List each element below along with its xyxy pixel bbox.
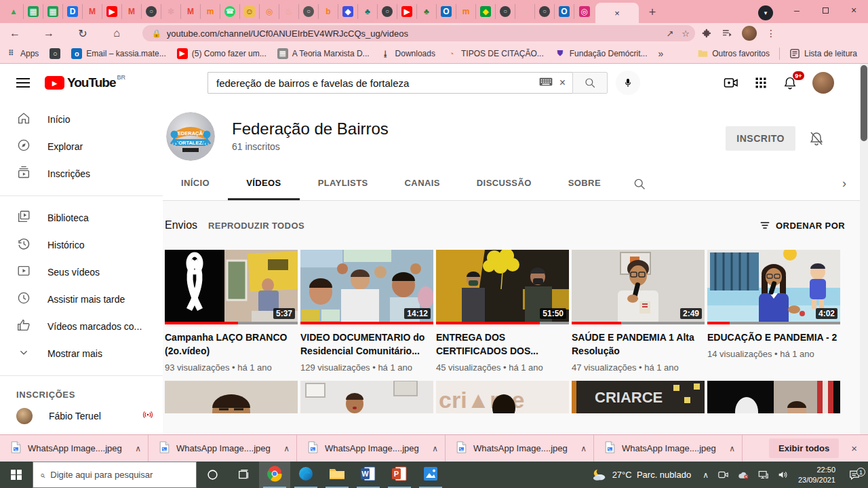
taskbar-app-powerpoint[interactable]: P xyxy=(384,462,415,488)
cortana-button[interactable] xyxy=(197,462,228,488)
tabs-scroll-right-icon[interactable]: › xyxy=(842,167,860,200)
play-all-button[interactable]: REPRODUZIR TODOS xyxy=(208,221,304,231)
pinned-tab[interactable]: ♣ xyxy=(358,4,378,19)
sidebar-item-biblioteca[interactable]: Biblioteca xyxy=(0,204,163,231)
pinned-tab[interactable]: ◆ xyxy=(476,4,496,19)
apps-shortcut[interactable]: ⠿Apps xyxy=(0,45,44,62)
download-item[interactable]: WhatsApp Image....jpeg∧ xyxy=(446,435,594,462)
pinned-tab[interactable]: ○ xyxy=(496,4,515,19)
show-all-downloads-button[interactable]: Exibir todos xyxy=(769,438,839,458)
pinned-tab[interactable]: ○ xyxy=(299,4,319,19)
new-tab-button[interactable]: + xyxy=(643,3,662,22)
sidebar-subscription-item[interactable]: GGran Cursos Saúde xyxy=(0,430,163,434)
tab-vídeos[interactable]: VÍDEOS xyxy=(228,167,300,200)
reading-list-button[interactable]: Lista de leitura xyxy=(784,45,863,62)
tab-close-icon[interactable]: × xyxy=(610,8,624,18)
taskbar-clock[interactable]: 22:50 23/09/2021 xyxy=(793,465,841,485)
bookmark-star-icon[interactable]: ☆ xyxy=(682,29,690,39)
sort-by-button[interactable]: ORDENAR POR xyxy=(760,221,845,231)
tab-sobre[interactable]: SOBRE xyxy=(550,167,619,200)
extensions-puzzle-icon[interactable] xyxy=(702,29,712,39)
volume-icon[interactable] xyxy=(773,470,793,479)
sidebar-subscription-item[interactable]: Fábio Teruel xyxy=(0,402,163,430)
subscribed-button[interactable]: INSCRITO xyxy=(726,126,795,151)
pinned-tab[interactable]: M xyxy=(83,4,102,19)
share-icon[interactable]: ↗ xyxy=(666,29,673,39)
address-bar[interactable]: 🔒 youtube.com/channel/UCf0ANUEIrbEV4WRJc… xyxy=(142,25,695,41)
pinned-tab[interactable]: ▦ xyxy=(43,4,63,19)
youtube-logo[interactable]: ▶ YouTube BR xyxy=(45,76,125,90)
pinned-tab[interactable]: ○ xyxy=(378,4,397,19)
video-thumbnail[interactable]: cri▲rce xyxy=(436,381,569,413)
citacao-bookmark[interactable]: ◔TIPOS DE CITAÇÃO... xyxy=(441,45,549,62)
pinned-tab[interactable]: M xyxy=(181,4,201,19)
video-card[interactable]: 51:50ENTREGA DOS CERTIFICADOS DOS...45 v… xyxy=(436,250,569,373)
media-queue-icon[interactable] xyxy=(722,28,732,39)
weather-widget[interactable]: 27°C Parc. nublado xyxy=(585,468,698,482)
channel-search-icon[interactable] xyxy=(619,167,660,200)
downloads-bookmark[interactable]: ⭳Downloads xyxy=(375,45,441,62)
keyboard-icon[interactable] xyxy=(539,77,553,89)
clear-search-icon[interactable]: × xyxy=(559,77,566,89)
video-title[interactable]: Campanha LAÇO BRANCO (2o.vídeo) xyxy=(165,331,295,358)
browser-avatar[interactable] xyxy=(742,26,757,41)
sidebar-item-seus-v-deos[interactable]: Seus vídeos xyxy=(0,259,163,286)
pinned-tab[interactable]: ♣ xyxy=(417,4,437,19)
video-thumbnail[interactable] xyxy=(165,381,298,413)
window-restore-button[interactable] xyxy=(811,0,840,20)
home-button[interactable]: ⌂ xyxy=(107,24,126,42)
video-thumbnail[interactable]: 51:50 xyxy=(436,250,569,324)
video-card[interactable]: 4:02EDUCAÇÃO E PANDEMIA - 214 visualizaç… xyxy=(707,250,840,373)
video-thumbnail[interactable] xyxy=(707,381,840,413)
download-item[interactable]: WhatsApp Image....jpeg∧ xyxy=(297,435,446,462)
pinned-tab[interactable]: ○ xyxy=(142,4,161,19)
search-input[interactable] xyxy=(215,77,539,90)
pinned-tab[interactable]: ▲ xyxy=(4,4,24,19)
pinned-tab[interactable]: ♨ xyxy=(279,4,299,19)
forward-button[interactable]: → xyxy=(39,24,58,42)
video-card[interactable]: 14:12VIDEO DOCUMENTARIO do Residencial C… xyxy=(300,250,433,373)
meet-now-icon[interactable] xyxy=(713,470,733,479)
sidebar-item-explorar[interactable]: Explorar xyxy=(0,133,163,160)
taskbar-app-chrome[interactable] xyxy=(259,462,290,488)
pinned-tab[interactable]: O xyxy=(437,4,456,19)
taskbar-app-word[interactable]: W xyxy=(353,462,384,488)
reload-button[interactable]: ↻ xyxy=(73,24,92,42)
taskbar-app-photos[interactable] xyxy=(415,462,446,488)
taskbar-search-box[interactable]: ⌕ Digite aqui para pesquisar xyxy=(33,462,197,488)
pinned-tab[interactable]: b xyxy=(319,4,338,19)
tab-canais[interactable]: CANAIS xyxy=(387,167,458,200)
pinned-tab[interactable]: ▦ xyxy=(24,4,43,19)
download-chevron-icon[interactable]: ∧ xyxy=(135,444,141,453)
pinned-tab[interactable]: ○ xyxy=(535,4,555,19)
back-button[interactable]: ← xyxy=(5,24,24,42)
download-item[interactable]: WhatsApp Image....jpeg∧ xyxy=(149,435,297,462)
sidebar-item-v-deos-marcados-co-[interactable]: Vídeos marcados co... xyxy=(0,313,163,340)
taskbar-app-explorer[interactable] xyxy=(321,462,353,488)
video-title[interactable]: VIDEO DOCUMENTARIO do Residencial Comuni… xyxy=(300,331,431,358)
download-item[interactable]: WhatsApp Image....jpeg∧ xyxy=(0,435,149,462)
hamburger-menu-icon[interactable] xyxy=(16,78,30,88)
tab-discussão[interactable]: DISCUSSÃO xyxy=(458,167,550,200)
downloads-bar-close-icon[interactable]: × xyxy=(851,443,857,454)
pinned-tab[interactable]: D xyxy=(63,4,83,19)
email-bookmark[interactable]: oEmail – kassia.mate... xyxy=(66,45,171,62)
teoria-bookmark[interactable]: ▦A Teoria Marxista D... xyxy=(272,45,375,62)
notifications-bell-icon[interactable]: 9+ xyxy=(783,75,797,90)
video-card[interactable]: 5:37Campanha LAÇO BRANCO (2o.vídeo)93 vi… xyxy=(165,250,298,373)
account-avatar[interactable] xyxy=(812,72,834,94)
download-item[interactable]: WhatsApp Image....jpeg∧ xyxy=(594,435,743,462)
start-button[interactable] xyxy=(0,462,33,488)
pinned-tab[interactable]: ☺ xyxy=(240,4,260,19)
video-thumbnail[interactable]: 4:02 xyxy=(707,250,840,324)
url-text[interactable]: youtube.com/channel/UCf0ANUEIrbEV4WRJcCQ… xyxy=(167,29,658,39)
video-title[interactable]: EDUCAÇÃO E PANDEMIA - 2 xyxy=(707,331,837,344)
pinned-tab[interactable]: m xyxy=(201,4,220,19)
network-icon[interactable] xyxy=(753,470,773,479)
pinned-tab[interactable]: O xyxy=(555,4,574,19)
search-button[interactable] xyxy=(572,72,608,94)
sidebar-item-inscri-es[interactable]: Inscrições xyxy=(0,160,163,187)
video-thumbnail[interactable]: 5:37 xyxy=(165,250,298,324)
download-chevron-icon[interactable]: ∧ xyxy=(283,444,290,453)
youtube-bookmark[interactable]: ▶(5) Como fazer um... xyxy=(172,45,272,62)
